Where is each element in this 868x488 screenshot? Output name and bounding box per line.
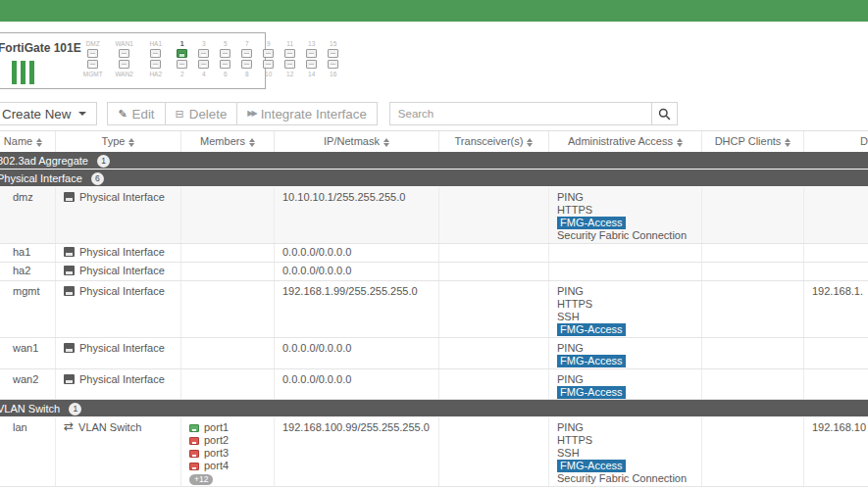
port-1[interactable]: 1 2 xyxy=(176,39,189,78)
ethernet-port-icon xyxy=(87,60,98,69)
ethernet-port-icon xyxy=(119,49,129,58)
dhcp-clients-cell xyxy=(702,338,804,368)
device-identity: FortiGate 101E xyxy=(0,39,81,84)
device-model-name: FortiGate 101E xyxy=(0,41,81,55)
column-header-transceivers[interactable]: Transceiver(s) xyxy=(439,131,549,152)
edit-button[interactable]: ✎ Edit xyxy=(107,102,165,125)
column-header-ip-netmask[interactable]: IP/Netmask xyxy=(275,131,439,152)
ethernet-port-icon xyxy=(263,49,274,58)
port-down-icon xyxy=(189,463,199,470)
admin-access-cell xyxy=(549,244,702,262)
interface-type: Physical Interface xyxy=(79,265,165,277)
ethernet-port-icon xyxy=(150,60,161,69)
transceivers-cell xyxy=(439,263,549,280)
create-new-button[interactable]: Create New xyxy=(0,102,97,125)
dhcp-clients-cell xyxy=(702,417,804,486)
interface-type: Physical Interface xyxy=(79,285,165,298)
interface-type: Physical Interface xyxy=(79,246,165,259)
toolbar: Create New ✎ Edit ⊟ Delete ▶▶ Integrate … xyxy=(0,101,868,126)
ethernet-port-icon xyxy=(284,49,295,58)
transceivers-cell xyxy=(439,369,549,399)
column-header-name[interactable]: Name xyxy=(0,131,56,152)
port-13[interactable]: 13 14 xyxy=(305,39,319,78)
integrate-interface-button[interactable]: ▶▶ Integrate Interface xyxy=(237,102,378,125)
ethernet-port-icon xyxy=(220,49,230,58)
dhcp-range-cell xyxy=(804,338,868,368)
table-row-mgmt[interactable]: mgmt Physical Interface 192.168.1.99/255… xyxy=(0,281,868,338)
group-row-vlan-switch[interactable]: VLAN Switch 1 xyxy=(0,400,868,417)
search-button[interactable] xyxy=(652,102,678,125)
dhcp-range-cell xyxy=(804,244,868,262)
interface-name: dmz xyxy=(0,187,56,243)
fmg-access-highlight: FMG-Access xyxy=(557,217,626,229)
members-cell xyxy=(181,187,275,243)
port-dmz[interactable]: DMZ MGMT xyxy=(81,39,105,78)
device-port-map: DMZ MGMT WAN1 WAN2 HA1 xyxy=(81,39,340,78)
table-row-wan2[interactable]: wan2 Physical Interface 0.0.0.0/0.0.0.0 … xyxy=(0,369,868,400)
vlan-switch-icon: ⇄ xyxy=(64,421,74,431)
group-count-badge: 1 xyxy=(97,155,110,168)
transceivers-cell xyxy=(439,338,549,368)
ethernet-port-icon xyxy=(198,49,209,58)
port-5[interactable]: 5 6 xyxy=(219,39,232,78)
interface-type: Physical Interface xyxy=(79,191,165,204)
more-members-badge[interactable]: +12 xyxy=(189,474,213,485)
dhcp-range-cell xyxy=(804,263,868,280)
members-cell xyxy=(181,338,275,368)
port-3[interactable]: 3 4 xyxy=(197,39,211,78)
fmg-access-highlight: FMG-Access xyxy=(557,460,626,472)
column-header-dhcp-clients[interactable]: DHCP Clients xyxy=(702,131,804,152)
dhcp-clients-cell xyxy=(702,187,804,243)
table-row-ha1[interactable]: ha1 Physical Interface 0.0.0.0/0.0.0.0 xyxy=(0,244,868,263)
physical-interface-icon xyxy=(64,286,75,296)
group-row-aggregate[interactable]: 802.3ad Aggregate 1 xyxy=(0,152,868,170)
device-front-panel: FortiGate 101E DMZ MGMT WAN1 WAN2 xyxy=(0,32,266,89)
interfaces-table: Name Type Members IP/Netmask Transceiver… xyxy=(0,130,868,487)
member-port: port4 xyxy=(204,460,229,472)
transceivers-cell xyxy=(439,244,549,262)
fmg-access-highlight: FMG-Access xyxy=(557,355,626,367)
delete-button[interactable]: ⊟ Delete xyxy=(166,102,238,125)
ethernet-port-icon xyxy=(150,49,161,58)
port-15[interactable]: 15 16 xyxy=(327,39,340,78)
table-row-wan1[interactable]: wan1 Physical Interface 0.0.0.0/0.0.0.0 … xyxy=(0,338,868,369)
admin-access-cell: PING HTTPS SSH FMG-Access Security Fabri… xyxy=(549,417,702,486)
dhcp-range-cell xyxy=(804,187,868,243)
table-row-ha2[interactable]: ha2 Physical Interface 0.0.0.0/0.0.0.0 xyxy=(0,263,868,281)
ethernet-port-icon xyxy=(284,60,295,69)
port-7[interactable]: 7 8 xyxy=(240,39,254,78)
port-up-icon xyxy=(189,424,199,432)
dhcp-clients-cell xyxy=(702,244,804,262)
members-cell: port1 port2 port3 port4 +12 xyxy=(181,417,275,486)
port-9[interactable]: 9 10 xyxy=(262,39,276,78)
column-header-admin-access[interactable]: Administrative Access xyxy=(549,131,702,152)
port-down-icon xyxy=(189,437,199,445)
port-ha1[interactable]: HA1 HA2 xyxy=(144,39,168,78)
column-header-members[interactable]: Members xyxy=(181,131,275,152)
search-input[interactable] xyxy=(389,102,652,125)
member-port: port2 xyxy=(204,434,229,447)
table-row-dmz[interactable]: dmz Physical Interface 10.10.10.1/255.25… xyxy=(0,187,868,244)
table-row-lan[interactable]: lan ⇄VLAN Switch port1 port2 port3 port4… xyxy=(0,417,868,487)
transceivers-cell xyxy=(439,417,549,486)
dhcp-range-cell xyxy=(804,369,868,399)
transceivers-cell xyxy=(439,281,549,337)
ip-netmask: 0.0.0.0/0.0.0.0 xyxy=(275,338,439,368)
port-wan1[interactable]: WAN1 WAN2 xyxy=(113,39,136,78)
fast-forward-icon: ▶▶ xyxy=(247,110,255,118)
column-header-truncated[interactable]: D xyxy=(804,131,868,152)
sort-icon xyxy=(785,138,791,147)
chevron-down-icon xyxy=(78,112,86,116)
port-11[interactable]: 11 12 xyxy=(283,39,297,78)
ip-netmask: 192.168.1.99/255.255.255.0 xyxy=(275,281,439,337)
dhcp-clients-cell xyxy=(702,281,804,337)
interface-type: VLAN Switch xyxy=(78,421,141,434)
column-header-type[interactable]: Type xyxy=(56,131,181,152)
ethernet-port-icon xyxy=(119,60,129,69)
ip-netmask: 0.0.0.0/0.0.0.0 xyxy=(275,263,439,280)
ethernet-port-active-icon xyxy=(177,49,187,58)
group-row-physical[interactable]: Physical Interface 6 xyxy=(0,170,868,187)
ethernet-port-icon xyxy=(328,60,338,69)
search-icon xyxy=(658,108,671,121)
members-cell xyxy=(181,369,275,399)
